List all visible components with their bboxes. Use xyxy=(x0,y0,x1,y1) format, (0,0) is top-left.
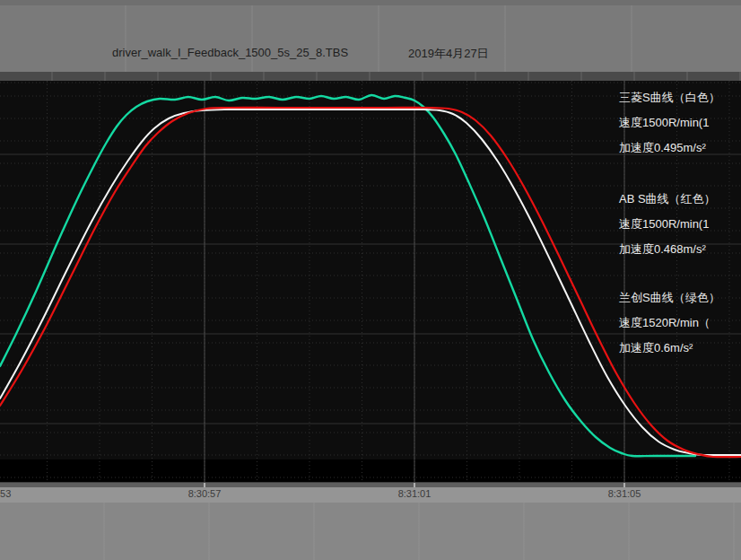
x-tick-label: 8:30:53 xyxy=(0,488,11,499)
record-date: 2019年4月27日 xyxy=(408,46,489,62)
header-bar: driver_walk_I_Feedback_1500_5s_25_8.TBS … xyxy=(0,0,741,72)
legend-series-name: 三菱S曲线（白色） xyxy=(619,85,741,110)
bottom-area xyxy=(0,503,741,560)
legend-block-mitsubishi: 三菱S曲线（白色） 速度1500R/min(1 加速度0.495m/s² xyxy=(619,85,741,161)
legend-block-lanchuang: 兰创S曲线（绿色） 速度1520R/min（ 加速度0.6m/s² xyxy=(619,285,741,361)
header-divider-band xyxy=(0,72,741,81)
legend-speed-value: 速度1520R/min（ xyxy=(619,311,741,336)
plot-area[interactable]: 三菱S曲线（白色） 速度1500R/min(1 加速度0.495m/s² AB … xyxy=(0,81,741,482)
legend-accel-value: 加速度0.468m/s² xyxy=(619,237,741,262)
x-tick-label: 8:31:01 xyxy=(398,488,432,499)
x-axis-tickbar xyxy=(0,483,741,487)
legend-speed-value: 速度1500R/min(1 xyxy=(619,212,741,237)
legend-series-name: AB S曲线（红色） xyxy=(619,187,741,212)
legend-speed-value: 速度1500R/min(1 xyxy=(619,110,741,136)
x-tick-mark xyxy=(414,483,415,487)
legend-accel-value: 加速度0.6m/s² xyxy=(619,336,741,361)
legend-accel-value: 加速度0.495m/s² xyxy=(619,136,741,161)
legend-series-name: 兰创S曲线（绿色） xyxy=(619,285,741,311)
x-tick-label: 8:30:57 xyxy=(188,488,222,499)
x-axis: 8:30:538:30:578:31:018:31:05 xyxy=(0,482,741,503)
scope-screen: driver_walk_I_Feedback_1500_5s_25_8.TBS … xyxy=(0,0,741,560)
x-tick-label: 8:31:05 xyxy=(608,488,641,499)
page-title: driver_walk_I_Feedback_1500_5s_25_8.TBS xyxy=(112,46,348,59)
x-tick-mark xyxy=(204,483,205,487)
legend-block-ab: AB S曲线（红色） 速度1500R/min(1 加速度0.468m/s² xyxy=(619,187,741,262)
x-tick-mark xyxy=(623,483,625,487)
